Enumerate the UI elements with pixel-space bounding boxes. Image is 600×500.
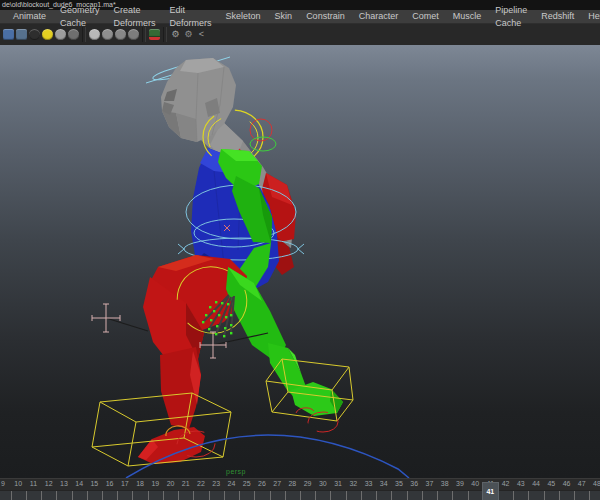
camera-label: persp [226,468,246,475]
scene-cube-icon[interactable] [3,29,14,40]
frame-label: 9 [1,480,5,487]
frame-label: 12 [45,480,53,487]
frame-label: 47 [578,480,586,487]
frame-tick [544,491,545,500]
frame-label: 39 [456,480,464,487]
render-layer-icon[interactable] [149,29,160,40]
frame-tick [437,491,438,500]
frame-tick [346,491,347,500]
frame-tick [239,491,240,500]
frame-tick [513,491,514,500]
frame-label: 28 [288,480,296,487]
frame-label: 48 [593,480,600,487]
frame-tick [528,491,529,500]
gear-icon-1[interactable]: ⚙ [170,29,181,40]
frame-tick [574,491,575,500]
frame-tick [102,491,103,500]
menu-skeleton[interactable]: Skeleton [219,10,268,23]
frame-label: 13 [60,480,68,487]
frame-label: 27 [273,480,281,487]
frame-tick [11,491,12,500]
frame-tick [87,491,88,500]
character-rig-scene [0,45,600,478]
frame-tick [26,491,27,500]
frame-label: 14 [75,480,83,487]
frame-label: 24 [228,480,236,487]
highlight-sphere-icon[interactable] [42,29,53,40]
frame-tick [193,491,194,500]
frame-label: 29 [304,480,312,487]
frame-tick [315,491,316,500]
snap-sphere-icon-2[interactable] [115,29,126,40]
separator-3 [163,27,167,42]
frame-tick [361,491,362,500]
frame-tick [148,491,149,500]
frame-tick [270,491,271,500]
snap-sphere-icon-3[interactable] [128,29,139,40]
frame-label: 42 [502,480,510,487]
gear-icon-2[interactable]: ⚙ [183,29,194,40]
frame-tick [376,491,377,500]
frame-tick [300,491,301,500]
frame-tick [452,491,453,500]
frame-label: 31 [334,480,342,487]
frame-label: 37 [426,480,434,487]
frame-label: 46 [563,480,571,487]
ghost-icon[interactable] [89,29,100,40]
frame-label: 43 [517,480,525,487]
frame-label: 30 [319,480,327,487]
frame-label: 10 [14,480,22,487]
frame-label: 32 [349,480,357,487]
frame-tick [391,491,392,500]
menu-character[interactable]: Character [352,10,406,23]
frame-label: 15 [90,480,98,487]
maya-application-window: de\old\blockout_dude6_mocap1.ma* Animate… [0,0,600,500]
menu-edit-deformers[interactable]: Edit Deformers [163,4,219,30]
frame-label: 26 [258,480,266,487]
frame-label: 38 [441,480,449,487]
frame-tick [589,491,590,500]
frame-label: 34 [380,480,388,487]
node-graph-icon[interactable]: < [196,29,207,40]
menu-animate[interactable]: Animate [6,10,53,23]
menu-geometry-cache[interactable]: Geometry Cache [53,4,107,30]
grid-snap-icon[interactable] [16,29,27,40]
menu-redshift[interactable]: Redshift [534,10,581,23]
frame-tick [209,491,210,500]
separator-1 [82,27,86,42]
frame-tick [559,491,560,500]
viewport-3d[interactable]: persp [0,45,600,478]
frame-label: 18 [136,480,144,487]
frame-tick [254,491,255,500]
frame-label: 20 [167,480,175,487]
frame-label: 23 [212,480,220,487]
current-frame-indicator[interactable]: 41 [482,482,499,500]
frame-label: 16 [106,480,114,487]
frame-tick [132,491,133,500]
menu-bar: AnimateGeometry CacheCreate DeformersEdi… [0,10,600,24]
menu-muscle[interactable]: Muscle [446,10,489,23]
frame-tick [41,491,42,500]
frame-tick [422,491,423,500]
frame-tick [56,491,57,500]
menu-comet[interactable]: Comet [405,10,446,23]
frame-tick [224,491,225,500]
menu-pipeline-cache[interactable]: Pipeline Cache [488,4,534,30]
frame-label: 33 [365,480,373,487]
menu-skin[interactable]: Skin [268,10,300,23]
menu-help[interactable]: Help [581,10,600,23]
gray-sphere-icon[interactable] [55,29,66,40]
frame-label: 44 [532,480,540,487]
pole-vector-locator-1[interactable] [92,304,148,332]
frame-tick [285,491,286,500]
frame-tick [117,491,118,500]
half-sphere-icon[interactable] [68,29,79,40]
snap-sphere-icon-1[interactable] [102,29,113,40]
menu-constrain[interactable]: Constrain [299,10,352,23]
menu-create-deformers[interactable]: Create Deformers [107,4,163,30]
time-slider[interactable]: 9101112131415161718192021222324252627282… [0,478,600,500]
frame-tick [468,491,469,500]
curve-swirl-icon[interactable] [29,29,40,40]
character-near-leg-mesh[interactable] [226,267,343,416]
frame-tick [407,491,408,500]
